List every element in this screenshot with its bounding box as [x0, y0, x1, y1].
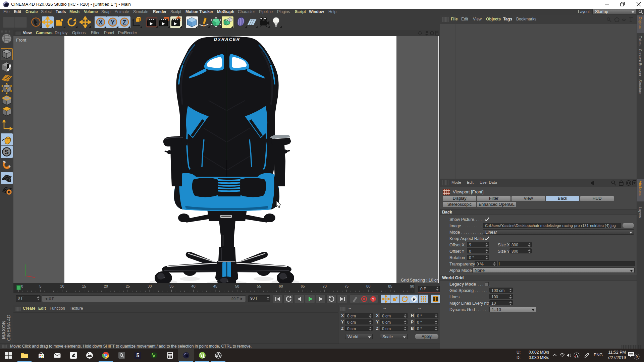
svg-text:50: 50: [235, 284, 239, 288]
svg-text:80: 80: [366, 284, 370, 288]
svg-text:10: 10: [60, 284, 64, 288]
svg-text:65: 65: [301, 284, 305, 288]
svg-text:70: 70: [323, 284, 327, 288]
svg-text:Y: Y: [111, 19, 115, 26]
svg-text:60: 60: [279, 284, 283, 288]
svg-text:20: 20: [104, 284, 108, 288]
svg-text:?: ?: [372, 297, 374, 302]
svg-text:0: 0: [21, 284, 23, 288]
svg-text:85: 85: [388, 284, 392, 288]
svg-text:X: X: [99, 19, 103, 26]
svg-text:5: 5: [137, 353, 140, 358]
svg-text:40: 40: [191, 284, 195, 288]
svg-text:25: 25: [126, 284, 130, 288]
svg-text:90: 90: [410, 284, 414, 288]
svg-text:35: 35: [169, 284, 173, 288]
svg-text:55: 55: [257, 284, 261, 288]
svg-text:5: 5: [39, 284, 41, 288]
svg-text:75: 75: [344, 284, 348, 288]
svg-text:45: 45: [213, 284, 217, 288]
svg-text:30: 30: [148, 284, 152, 288]
svg-text:P: P: [413, 297, 415, 302]
svg-text:9: 9: [636, 355, 638, 359]
svg-text:S: S: [5, 149, 9, 156]
svg-text:15: 15: [82, 284, 86, 288]
svg-text:Z: Z: [123, 19, 126, 26]
